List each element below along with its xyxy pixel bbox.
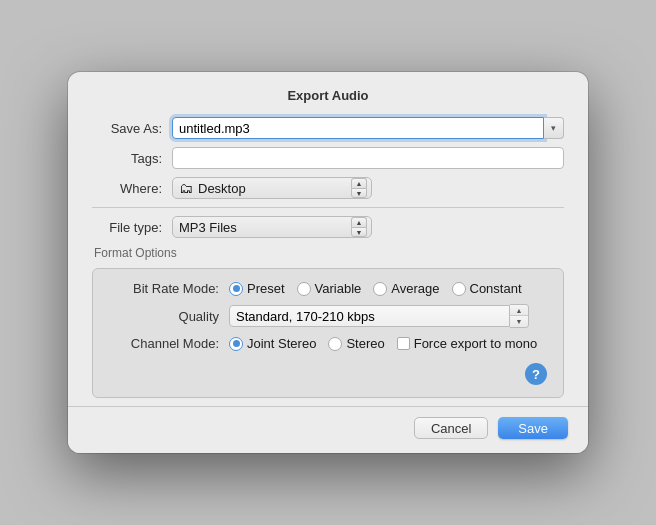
file-type-value: MP3 Files bbox=[179, 220, 347, 235]
where-label: Where: bbox=[92, 181, 162, 196]
quality-select[interactable]: Standard, 170-210 kbps bbox=[229, 305, 510, 327]
preset-radio-circle[interactable] bbox=[229, 282, 243, 296]
format-options-section: Format Options Bit Rate Mode: Preset bbox=[92, 246, 564, 398]
quality-row: Quality Standard, 170-210 kbps ▲ ▼ bbox=[109, 304, 547, 328]
joint-stereo[interactable]: Joint Stereo bbox=[229, 336, 316, 351]
joint-stereo-radio-circle[interactable] bbox=[229, 337, 243, 351]
bit-rate-radio-group: Preset Variable Average Constant bbox=[229, 281, 522, 296]
cancel-button[interactable]: Cancel bbox=[414, 417, 488, 439]
tags-row: Tags: bbox=[92, 147, 564, 169]
export-audio-dialog: Export Audio Save As: ▾ Tags: Where: 🗂 D… bbox=[68, 72, 588, 453]
help-row: ? bbox=[109, 359, 547, 385]
dialog-footer: Cancel Save bbox=[68, 406, 588, 453]
preset-label: Preset bbox=[247, 281, 285, 296]
format-options-label: Format Options bbox=[94, 246, 564, 260]
stereo-radio-circle[interactable] bbox=[328, 337, 342, 351]
force-export-checkbox[interactable] bbox=[397, 337, 410, 350]
channel-mode-row: Channel Mode: Joint Stereo Stereo bbox=[109, 336, 547, 351]
where-dropdown[interactable]: 🗂 Desktop ▲ ▼ bbox=[172, 177, 372, 199]
file-type-stepper-up[interactable]: ▲ bbox=[351, 217, 367, 227]
bit-rate-label: Bit Rate Mode: bbox=[109, 281, 219, 296]
channel-radio-group: Joint Stereo Stereo Force export to mono bbox=[229, 336, 537, 351]
file-type-row: File type: MP3 Files ▲ ▼ bbox=[92, 216, 564, 238]
joint-stereo-radio-dot bbox=[233, 340, 240, 347]
constant-label: Constant bbox=[470, 281, 522, 296]
stereo[interactable]: Stereo bbox=[328, 336, 384, 351]
average-radio-circle[interactable] bbox=[373, 282, 387, 296]
bit-rate-constant[interactable]: Constant bbox=[452, 281, 522, 296]
quality-stepper[interactable]: ▲ ▼ bbox=[510, 304, 529, 328]
variable-label: Variable bbox=[315, 281, 362, 296]
where-stepper-up[interactable]: ▲ bbox=[351, 178, 367, 188]
force-export-label: Force export to mono bbox=[414, 336, 538, 351]
bit-rate-row: Bit Rate Mode: Preset Variable bbox=[109, 281, 547, 296]
format-box: Bit Rate Mode: Preset Variable bbox=[92, 268, 564, 398]
tags-input[interactable] bbox=[172, 147, 564, 169]
bit-rate-variable[interactable]: Variable bbox=[297, 281, 362, 296]
save-as-row: Save As: ▾ bbox=[92, 117, 564, 139]
divider-1 bbox=[92, 207, 564, 208]
stereo-label: Stereo bbox=[346, 336, 384, 351]
quality-stepper-down[interactable]: ▼ bbox=[510, 316, 528, 327]
preset-radio-dot bbox=[233, 285, 240, 292]
file-type-stepper[interactable]: ▲ ▼ bbox=[351, 217, 367, 237]
save-as-input[interactable] bbox=[172, 117, 544, 139]
where-row: Where: 🗂 Desktop ▲ ▼ bbox=[92, 177, 564, 199]
save-as-dropdown-arrow[interactable]: ▾ bbox=[544, 117, 564, 139]
variable-radio-circle[interactable] bbox=[297, 282, 311, 296]
average-label: Average bbox=[391, 281, 439, 296]
constant-radio-circle[interactable] bbox=[452, 282, 466, 296]
dialog-body: Save As: ▾ Tags: Where: 🗂 Desktop ▲ ▼ bbox=[68, 113, 588, 398]
tags-label: Tags: bbox=[92, 151, 162, 166]
save-as-input-wrap: ▾ bbox=[172, 117, 564, 139]
save-as-label: Save As: bbox=[92, 121, 162, 136]
quality-stepper-up[interactable]: ▲ bbox=[510, 305, 528, 316]
dialog-title: Export Audio bbox=[68, 72, 588, 113]
quality-select-wrap: Standard, 170-210 kbps ▲ ▼ bbox=[229, 304, 529, 328]
force-export[interactable]: Force export to mono bbox=[397, 336, 538, 351]
where-stepper[interactable]: ▲ ▼ bbox=[351, 178, 367, 198]
folder-icon: 🗂 bbox=[179, 180, 193, 196]
file-type-stepper-down[interactable]: ▼ bbox=[351, 227, 367, 237]
bit-rate-average[interactable]: Average bbox=[373, 281, 439, 296]
bit-rate-preset[interactable]: Preset bbox=[229, 281, 285, 296]
help-button[interactable]: ? bbox=[525, 363, 547, 385]
joint-stereo-label: Joint Stereo bbox=[247, 336, 316, 351]
file-type-label: File type: bbox=[92, 220, 162, 235]
where-value: Desktop bbox=[198, 181, 347, 196]
quality-label: Quality bbox=[109, 309, 219, 324]
save-button[interactable]: Save bbox=[498, 417, 568, 439]
where-stepper-down[interactable]: ▼ bbox=[351, 188, 367, 198]
channel-label: Channel Mode: bbox=[109, 336, 219, 351]
file-type-dropdown[interactable]: MP3 Files ▲ ▼ bbox=[172, 216, 372, 238]
